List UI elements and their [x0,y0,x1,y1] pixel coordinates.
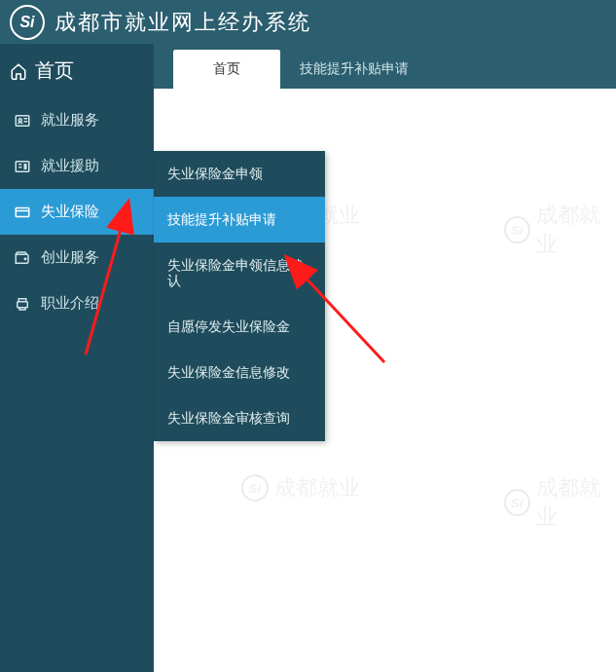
svg-rect-5 [18,301,28,307]
submenu-item-stop[interactable]: 自愿停发失业保险金 [154,304,325,350]
logo-icon: Si [10,5,45,40]
sidebar-item-jobs[interactable]: 就业服务 [0,97,154,143]
badge-icon [14,158,31,175]
submenu-item-edit[interactable]: 失业保险金信息修改 [154,350,325,395]
sidebar-item-label: 就业服务 [41,111,99,130]
tab-label: 首页 [213,60,240,78]
card-icon [14,204,31,221]
app-header: Si 成都市就业网上经办系统 [0,0,616,44]
printer-icon [14,295,31,313]
app-title: 成都市就业网上经办系统 [54,8,311,37]
submenu-item-claim-info[interactable]: 失业保险金申领信息确认 [154,243,325,305]
watermark: Si成都就业 [241,473,360,503]
sidebar-item-unemployment[interactable]: 失业保险 [0,189,154,235]
tab-bar: 首页 技能提升补贴申请 [154,44,616,89]
sidebar-item-label: 职业介绍 [41,294,99,313]
tab-skill-subsidy[interactable]: 技能提升补贴申请 [280,50,428,89]
submenu-item-claim[interactable]: 失业保险金申领 [154,151,325,197]
svg-rect-3 [16,207,29,216]
sidebar-item-label: 就业援助 [41,157,99,175]
sidebar-item-startup[interactable]: 创业服务 [0,235,154,280]
sidebar: 首页 就业服务 就业援助 失业保险 创业服务 [0,44,154,672]
home-icon [10,62,27,80]
wallet-icon [14,249,31,267]
sidebar-item-label: 失业保险 [41,203,99,221]
watermark: Si成都就业 [504,473,616,532]
submenu-item-skill-subsidy[interactable]: 技能提升补贴申请 [154,197,325,243]
id-card-icon [14,112,31,130]
svg-point-1 [18,118,21,121]
submenu-item-audit[interactable]: 失业保险金审核查询 [154,395,325,441]
submenu-unemployment: 失业保险金申领 技能提升补贴申请 失业保险金申领信息确认 自愿停发失业保险金 失… [154,151,325,441]
tab-label: 技能提升补贴申请 [300,60,409,78]
sidebar-home-label: 首页 [35,57,74,84]
sidebar-home[interactable]: 首页 [0,44,154,97]
sidebar-item-intro[interactable]: 职业介绍 [0,280,154,326]
svg-point-4 [24,258,26,260]
watermark: Si成都就业 [504,201,616,259]
tab-home[interactable]: 首页 [173,50,280,89]
sidebar-item-label: 创业服务 [41,248,99,267]
sidebar-item-assist[interactable]: 就业援助 [0,143,154,189]
svg-rect-2 [16,161,29,171]
